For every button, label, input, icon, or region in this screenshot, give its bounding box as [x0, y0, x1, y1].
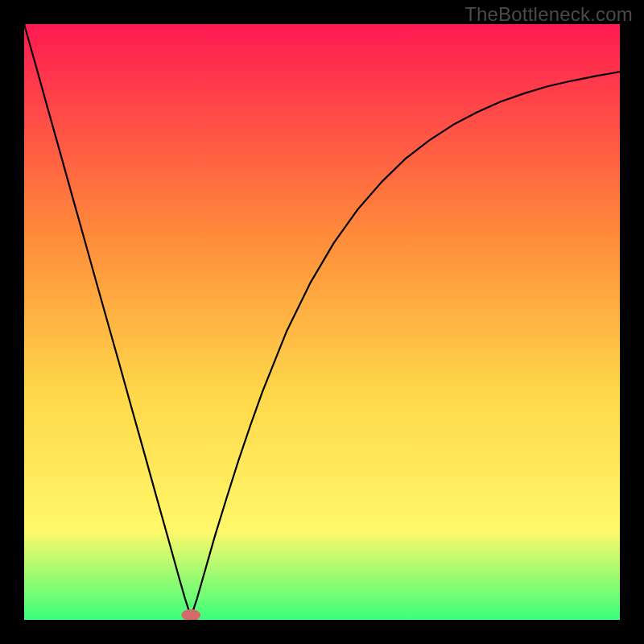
bottleneck-chart — [24, 24, 620, 620]
plot-background — [24, 24, 620, 620]
watermark-text: TheBottleneck.com — [464, 3, 633, 26]
chart-frame: TheBottleneck.com — [0, 0, 644, 644]
